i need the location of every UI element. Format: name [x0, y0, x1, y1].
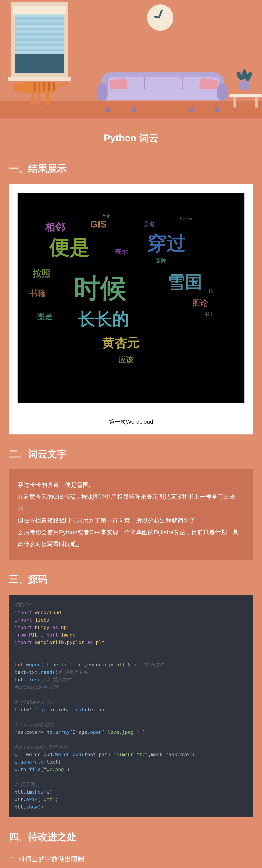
- code-block: #支持库 import wordcloud import jieba impor…: [9, 595, 253, 817]
- figure-caption: 第一次Wordcloud: [18, 418, 244, 426]
- wordcloud-word: 书上: [205, 311, 214, 318]
- wordcloud-word: 图论: [192, 298, 208, 309]
- wordcloud-word: 穿过: [147, 230, 186, 256]
- text-content-box: 穿过长长的县道，便是雪国。在看黄杏元的GIS书籍，按照图论中用相邻矩阵来表示图是…: [9, 469, 253, 560]
- wordcloud-word: 黄杏元: [103, 335, 139, 351]
- section-2-heading: 二、词云文字: [9, 447, 253, 461]
- clock-icon: [147, 4, 173, 31]
- wordcloud-word: 图是: [37, 311, 53, 322]
- couch-illustration: [99, 72, 226, 110]
- list-item: 对词云的字数做出限制: [19, 852, 253, 866]
- wordcloud-word: Python: [180, 217, 192, 221]
- plant-illustration: [236, 68, 253, 90]
- wordcloud-word: 长长的: [78, 308, 129, 331]
- wordcloud-word: 雪国: [168, 271, 202, 294]
- section-3-heading: 三、源码: [9, 573, 253, 586]
- section-1-heading: 一、结果展示: [9, 162, 253, 175]
- text-line: 穿过长长的县道，便是雪国。: [18, 479, 244, 491]
- wordcloud-word: 表示: [115, 247, 128, 256]
- page-title: Python 词云: [9, 132, 253, 145]
- list-item: 背景蒙版的修改: [19, 866, 253, 868]
- wordcloud-word: GIS: [90, 219, 107, 230]
- text-line: 之后考虑会使用Python或者C++来实现一个简单图的Dijkstra算法，目前…: [18, 526, 244, 550]
- wordcloud-word: 书籍: [29, 288, 46, 299]
- improvements-list: 对词云的字数做出限制背景蒙版的修改代码优化字体大小的赋权显示jieba库的熟悉: [9, 852, 253, 868]
- wordcloud-word: 县道: [143, 220, 155, 228]
- window: [11, 2, 68, 77]
- wordcloud-image: 时候便是穿过雪国长长的黄杏元相邻GIS按照书籍图是图论表示应该县道距阵书上用简化…: [18, 193, 244, 403]
- wordcloud-word: 按照: [33, 268, 51, 280]
- wordcloud-word: 便是: [49, 234, 90, 261]
- wordcloud-word: 应该: [119, 355, 134, 365]
- text-line: 但在寻找最短路径时候只用到了第一行向量，所以分析过程就简化了。: [18, 515, 244, 526]
- text-line: 在看黄杏元的GIS书籍，按照图论中用相邻矩阵来表示图是应该和书上一样全写出来的。: [18, 491, 244, 515]
- wordcloud-word: 距阵: [155, 257, 166, 265]
- hero-illustration: [0, 0, 262, 119]
- wordcloud-word: 时候: [74, 271, 126, 307]
- wordcloud-word: 相邻: [45, 220, 65, 234]
- figure-container: 时候便是穿过雪国长长的黄杏元相邻GIS按照书籍图是图论表示应该县道距阵书上用简化…: [9, 184, 253, 434]
- section-4-heading: 四、待改进之处: [9, 831, 253, 843]
- side-table: [229, 88, 262, 107]
- wordcloud-word: 简化: [103, 214, 110, 219]
- wordcloud-word: 用: [209, 288, 213, 294]
- cat-illustration: [13, 82, 66, 106]
